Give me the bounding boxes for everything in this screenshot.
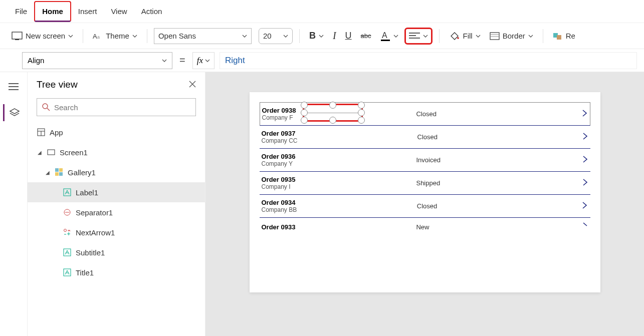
item-title: Order 0937 [262,130,298,137]
italic-icon: I [333,30,336,42]
tree-label: NextArrow1 [76,228,115,237]
gallery-item[interactable]: Order 0933 New [260,218,590,236]
item-status: Closed [417,133,463,141]
tree-label: Gallery1 [68,168,96,177]
label-icon [63,248,72,257]
reorder-button[interactable]: Re [550,30,578,43]
chevron-down-icon [162,58,167,63]
hamburger-icon [9,83,19,90]
collapse-icon[interactable]: ◢ [37,150,43,155]
tree-pane: Tree view App ◢ Screen1 ◢ Gallery1 [28,72,205,336]
chevron-right-icon[interactable] [582,132,588,142]
fx-button[interactable]: fx [192,52,214,69]
workspace: Tree view App ◢ Screen1 ◢ Gallery1 [0,72,644,336]
treeview-rail-button[interactable] [3,104,23,121]
canvas[interactable]: Order 0938 Company F Closed Order 0937Co… [205,72,644,336]
label-icon [63,268,72,277]
underline-button[interactable]: U [342,29,355,43]
close-icon [189,81,196,88]
chevron-right-icon[interactable] [582,178,588,188]
svg-rect-23 [48,150,55,155]
svg-text:A: A [93,33,97,40]
svg-line-19 [47,108,50,111]
tree-node-screen[interactable]: ◢ Screen1 [28,142,205,162]
chevron-down-icon [476,34,481,39]
tab-home[interactable]: Home [34,1,71,22]
svg-point-9 [457,37,459,39]
svg-point-31 [64,229,67,232]
gallery-item[interactable]: Order 0938 Company F Closed [260,102,590,126]
bold-button[interactable]: B [306,29,327,43]
tab-file[interactable]: File [8,2,34,21]
font-family-value: Open Sans [158,32,196,40]
chevron-right-icon[interactable] [582,109,588,119]
item-title: Order 0935 [262,176,296,183]
formula-value: Right [225,56,245,66]
reorder-label: Re [566,32,575,40]
tree-node-label1[interactable]: Label1 [28,182,205,202]
tree-node-separator1[interactable]: Separator1 [28,202,205,222]
chevron-down-icon [319,34,324,39]
chevron-right-icon[interactable] [582,222,588,232]
chevron-down-icon [423,34,428,39]
gallery-icon [55,168,64,177]
item-title: Order 0933 [262,223,296,231]
theme-button[interactable]: Aa Theme [90,30,140,42]
strikethrough-button[interactable]: abc [358,30,374,42]
gallery-item[interactable]: Order 0934Company BB Closed [260,195,590,218]
svg-rect-1 [15,39,19,40]
tree-node-gallery[interactable]: ◢ Gallery1 [28,162,205,182]
property-select[interactable]: Align [22,52,172,69]
chevron-right-icon[interactable] [582,201,588,211]
collapse-icon[interactable]: ◢ [45,170,51,175]
hamburger-button[interactable] [4,78,24,95]
gallery-item[interactable]: Order 0937Company CC Closed [260,126,590,149]
svg-text:a: a [97,35,100,40]
item-status[interactable]: Closed [416,110,461,118]
new-screen-button[interactable]: New screen [9,30,76,43]
item-title: Order 0934 [262,199,297,206]
reorder-icon [553,32,563,41]
tree-node-app[interactable]: App [28,122,205,142]
selection-handles[interactable] [303,104,363,122]
item-subtitle: Company I [262,183,296,190]
formula-input[interactable]: Right [220,52,637,69]
italic-button[interactable]: I [330,28,339,44]
gallery-item[interactable]: Order 0936Company Y Invoiced [260,149,590,172]
font-family-select[interactable]: Open Sans [154,28,252,44]
font-color-button[interactable]: A [377,29,401,44]
fill-button[interactable]: Fill [446,29,484,43]
gallery-item[interactable]: Order 0935Company I Shipped [260,172,590,195]
tab-view[interactable]: View [104,2,134,21]
item-subtitle: Company CC [262,137,298,144]
tab-insert[interactable]: Insert [71,2,104,21]
font-size-select[interactable]: 20 [259,28,293,44]
chevron-down-icon [205,58,210,63]
close-tree-button[interactable] [189,80,196,90]
tab-action[interactable]: Action [134,2,169,21]
app-screen[interactable]: Order 0938 Company F Closed Order 0937Co… [250,92,600,292]
tree-node-nextarrow1[interactable]: NextArrow1 [28,222,205,242]
formula-bar: Align = fx Right [0,49,644,72]
border-button[interactable]: Border [487,30,536,42]
chevron-right-icon[interactable] [582,155,588,165]
search-input[interactable] [54,103,190,112]
tree-label: App [50,128,63,137]
svg-point-18 [43,104,48,109]
tree-node-title1[interactable]: Title1 [28,262,205,282]
chevron-down-icon [68,34,73,39]
paint-bucket-icon [449,31,460,41]
new-screen-label: New screen [26,32,65,40]
app-icon [37,128,46,137]
item-subtitle: Company Y [262,160,296,167]
tree-search[interactable] [37,98,196,116]
text-align-button[interactable] [404,28,433,45]
item-status: Shipped [416,179,461,187]
tree-node-subtitle1[interactable]: Subtitle1 [28,242,205,262]
tree-label: Title1 [76,268,94,277]
strikethrough-icon: abc [361,32,371,40]
left-rail [0,72,28,336]
item-subtitle: Company F [262,114,296,121]
tree-label: Label1 [76,188,98,197]
tree-title: Tree view [37,79,78,90]
